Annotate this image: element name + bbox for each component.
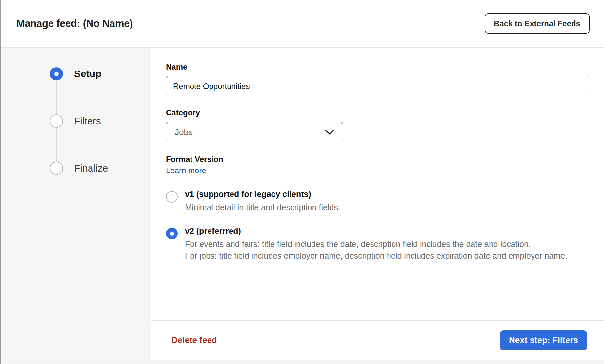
step-finalize[interactable]: Finalize <box>50 162 151 175</box>
step-filters-label: Filters <box>74 115 101 127</box>
step-connector <box>56 128 57 162</box>
format-version-label: Format Version <box>166 155 590 164</box>
setup-form-panel: Name Category Jobs Format Version Learn … <box>151 48 604 360</box>
format-option-v2-description-line1: For events and fairs: title field includ… <box>185 238 567 250</box>
step-setup[interactable]: Setup <box>50 67 151 80</box>
format-option-v1-label: v1 (supported for legacy clients) <box>185 190 340 199</box>
category-selected-value: Jobs <box>175 127 193 137</box>
format-option-v2-label: v2 (preferrred) <box>185 226 567 236</box>
name-field-label: Name <box>166 62 590 71</box>
back-to-external-feeds-button[interactable]: Back to External Feeds <box>485 13 590 34</box>
format-option-v2[interactable]: v2 (preferrred) For events and fairs: ti… <box>166 226 590 262</box>
page-title: Manage feed: (No Name) <box>16 18 133 30</box>
feed-name-input[interactable] <box>166 76 590 96</box>
format-option-v1-texts: v1 (supported for legacy clients) Minima… <box>185 190 340 213</box>
format-option-v2-texts: v2 (preferrred) For events and fairs: ti… <box>185 226 567 262</box>
category-select[interactable]: Jobs <box>166 122 343 142</box>
step-setup-label: Setup <box>74 68 101 79</box>
next-step-filters-button[interactable]: Next step: Filters <box>500 330 587 350</box>
form-footer: Delete feed Next step: Filters <box>151 320 604 360</box>
body: Setup Filters Finalize Name Category Job… <box>1 48 604 360</box>
step-finalize-dot-icon <box>50 162 63 175</box>
step-connector <box>56 80 57 114</box>
learn-more-link[interactable]: Learn more <box>166 166 206 175</box>
category-field-label: Category <box>166 108 590 117</box>
delete-feed-button[interactable]: Delete feed <box>171 335 217 345</box>
bottom-band <box>1 360 604 364</box>
header: Manage feed: (No Name) Back to External … <box>1 0 604 48</box>
radio-v1-unchecked-icon[interactable] <box>166 191 178 203</box>
stepper-sidebar: Setup Filters Finalize <box>1 48 151 360</box>
step-filters[interactable]: Filters <box>50 114 151 128</box>
step-finalize-label: Finalize <box>74 163 108 174</box>
step-setup-active-dot-icon <box>50 67 63 80</box>
format-version-radio-group: v1 (supported for legacy clients) Minima… <box>166 190 590 262</box>
format-option-v1[interactable]: v1 (supported for legacy clients) Minima… <box>166 190 590 213</box>
chevron-down-icon <box>325 130 334 135</box>
format-option-v2-description-line2: For jobs: title field includes employer … <box>185 250 567 262</box>
manage-feed-page: Manage feed: (No Name) Back to External … <box>0 0 604 364</box>
radio-v2-checked-icon[interactable] <box>166 228 178 239</box>
format-option-v1-description: Minimal detail in title and description … <box>185 201 340 213</box>
step-filters-dot-icon <box>50 114 63 128</box>
